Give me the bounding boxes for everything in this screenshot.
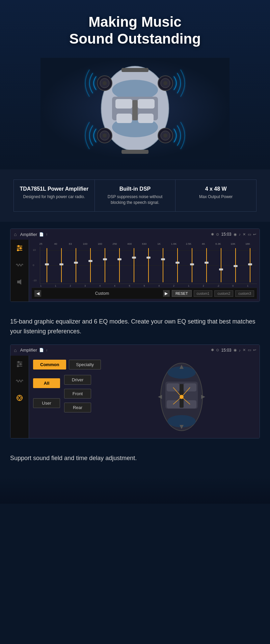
eq-next-button[interactable]: ▶	[163, 290, 170, 297]
svg-marker-58	[201, 395, 205, 399]
svg-rect-8	[138, 114, 154, 123]
sf-sidebar-wave-icon[interactable]	[15, 376, 25, 386]
sf-rear-button[interactable]: Rear	[64, 403, 91, 412]
eq-bar-7[interactable]	[142, 248, 156, 282]
eq-bar-0[interactable]	[40, 248, 54, 282]
eq-preset2-button[interactable]: custom2	[214, 290, 233, 297]
eq-bar-12[interactable]	[214, 248, 228, 282]
eq-sidebar-wave-icon[interactable]	[15, 260, 25, 270]
eq-freq-100: 100	[82, 242, 88, 245]
sf-screen-label: Amplifier	[20, 348, 37, 353]
location-icon: ⊙	[216, 232, 219, 237]
eq-prev-button[interactable]: ◀	[34, 290, 41, 297]
eq-bar-8[interactable]	[156, 248, 170, 282]
back-icon[interactable]: ↩	[253, 232, 256, 237]
sf-specialty-tab[interactable]: Specialty	[69, 360, 101, 369]
eq-bar-3[interactable]	[84, 248, 98, 282]
support-text-section: Support sound field and time delay adjus…	[0, 445, 270, 477]
home-icon[interactable]: ⌂	[14, 232, 17, 237]
eq-bar-10[interactable]	[185, 248, 199, 282]
eq-val-12: -2	[215, 285, 221, 287]
sf-sidebar-speaker-icon[interactable]	[15, 393, 25, 403]
eq-freq-16K: 16K	[244, 242, 251, 245]
sf-back-icon[interactable]: ↩	[253, 348, 256, 352]
eq-val-5: 4	[111, 285, 118, 287]
eq-val-6: 5	[126, 285, 133, 287]
svg-point-29	[17, 249, 19, 251]
eq-freq-4K: 4K	[200, 242, 207, 245]
sf-common-tab[interactable]: Common	[33, 360, 66, 369]
svg-marker-31	[19, 279, 21, 285]
eq-val-2: 2	[67, 285, 74, 287]
svg-point-37	[17, 365, 19, 367]
eq-screen-mockup: ⌂ Amplifier 📄 ↑ ✱ ⊙ 15:03 ◉ ♪ ✕ ▭ ↩	[10, 229, 260, 302]
eq-freq-40: 40	[52, 242, 59, 245]
svg-point-17	[163, 81, 167, 85]
eq-val-14: 1	[244, 285, 251, 287]
eq-bar-5[interactable]	[113, 248, 127, 282]
svg-rect-11	[122, 68, 148, 72]
eq-bar-4[interactable]	[98, 248, 112, 282]
car-hero-image	[7, 54, 263, 163]
eq-freq-6.3K: 6.3K	[215, 242, 221, 245]
eq-preset3-button[interactable]: custom3	[235, 290, 254, 297]
eq-bar-14[interactable]	[243, 248, 257, 282]
hero-title: Making Music Sound Outstanding	[7, 14, 263, 48]
eq-sidebar-eq-icon[interactable]	[15, 243, 25, 253]
sf-all-button[interactable]: All	[33, 378, 60, 388]
eq-val-3: 3	[82, 285, 88, 287]
eq-val-13: 0	[230, 285, 236, 287]
sf-status-left: ⌂ Amplifier 📄 ↑	[14, 348, 208, 353]
sf-user-button[interactable]: User	[33, 398, 60, 408]
eq-freq-400: 400	[126, 242, 133, 245]
eq-val-10: 1	[185, 285, 192, 287]
eq-bar-9[interactable]	[170, 248, 184, 282]
eq-bar-1[interactable]	[55, 248, 69, 282]
eq-scale-label: 0	[33, 264, 34, 267]
eq-status-left: ⌂ Amplifier 📄 ↑	[14, 232, 208, 237]
sf-car-diagram-svg	[151, 360, 212, 434]
sf-home-icon[interactable]: ⌂	[14, 348, 17, 353]
eq-bar-2[interactable]	[69, 248, 83, 282]
eq-val-7: 5	[141, 285, 147, 287]
feature-power: 4 x 48 W Max Output Power	[175, 180, 256, 212]
sf-doc-icon: 📄	[39, 348, 44, 352]
eq-bar-13[interactable]	[228, 248, 242, 282]
svg-rect-7	[116, 114, 132, 123]
eq-mode-label: Custom	[43, 291, 161, 296]
eq-val-9: 2	[170, 285, 177, 287]
sf-sidebar-eq-icon[interactable]	[15, 359, 25, 369]
eq-bar-6[interactable]	[127, 248, 141, 282]
sf-front-button[interactable]: Front	[64, 389, 91, 399]
window-icon: ▭	[248, 232, 251, 237]
sf-col-right: Driver Front Rear	[64, 375, 91, 412]
feature-power-desc: Max Output Power	[181, 194, 251, 200]
doc-icon: 📄	[39, 232, 44, 237]
sf-driver-button[interactable]: Driver	[64, 375, 91, 385]
eq-preset1-button[interactable]: custom1	[194, 290, 213, 297]
eq-reset-button[interactable]: RESET	[172, 290, 192, 297]
share-icon: ↑	[46, 232, 48, 236]
svg-rect-5	[115, 99, 132, 109]
sf-time: 15:03	[221, 348, 231, 353]
eq-freq-2.5K: 2.5K	[185, 242, 192, 245]
eq-freq-63: 63	[67, 242, 74, 245]
eq-freq-630: 630	[141, 242, 147, 245]
sf-sidebar	[10, 356, 29, 438]
eq-sidebar-speaker-icon[interactable]	[15, 277, 25, 287]
eq-val-8: 4	[156, 285, 162, 287]
eq-freq-1K: 1K	[156, 242, 162, 245]
sf-controls-area: Common Specialty All User Driver	[29, 356, 260, 438]
hero-section: Making Music Sound Outstanding	[0, 0, 270, 169]
sf-left-controls: Common Specialty All User Driver	[33, 360, 101, 434]
sf-controls-grid: All User Driver Front Rear	[33, 375, 101, 412]
eq-freq-250: 250	[111, 242, 118, 245]
eq-controls: ◀ Custom ▶ RESET custom1 custom2 custom3	[32, 288, 257, 299]
svg-point-35	[18, 361, 20, 363]
sf-screen-mockup: ⌂ Amplifier 📄 ↑ ✱ ⊙ 15:03 ◉ ♪ ✕ ▭ ↩	[10, 344, 260, 438]
sf-window-icon: ▭	[248, 348, 251, 352]
eq-bar-11[interactable]	[199, 248, 213, 282]
features-section: TDA7851L Power Amplifier Designed for hi…	[0, 169, 270, 222]
sf-x-icon: ✕	[243, 348, 246, 352]
feature-amplifier: TDA7851L Power Amplifier Designed for hi…	[14, 180, 94, 212]
